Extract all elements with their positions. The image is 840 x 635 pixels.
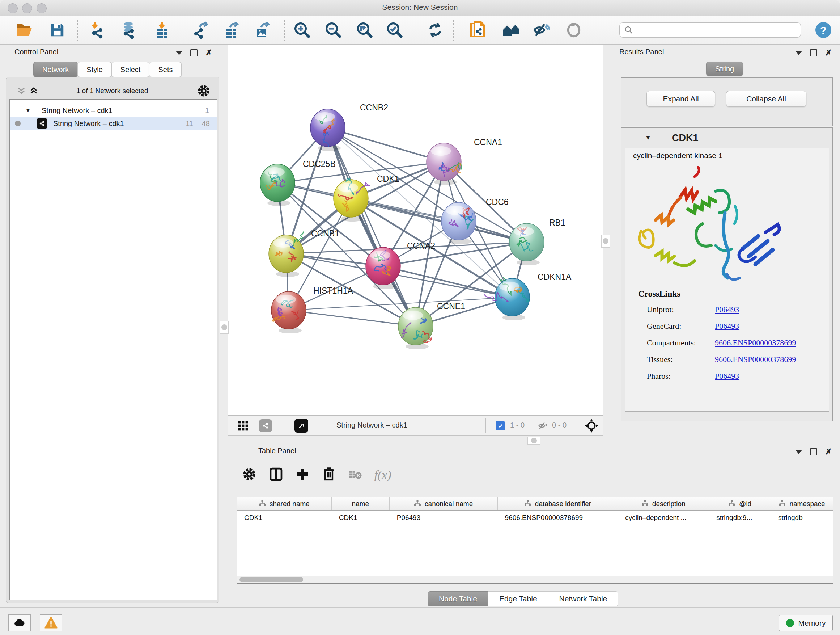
network-row[interactable]: String Network – cdk1 11 48 xyxy=(10,117,217,130)
selected-checkbox-icon[interactable] xyxy=(496,421,505,431)
help-icon[interactable]: ? xyxy=(814,21,833,40)
column-label: description xyxy=(652,500,685,508)
crosslink-link[interactable]: P06493 xyxy=(715,321,739,338)
toolbar-separator xyxy=(415,20,415,41)
cell-canonical-name[interactable]: P06493 xyxy=(390,511,498,524)
crosslink-link[interactable]: 9606.ENSP00000378699 xyxy=(715,338,796,355)
tab-network-table[interactable]: Network Table xyxy=(548,591,619,606)
column-header-database-identifier[interactable]: database identifier xyxy=(498,497,618,510)
crosslink-link[interactable]: 9606.ENSP00000378699 xyxy=(715,355,796,371)
tab-string[interactable]: String xyxy=(706,62,743,76)
tab-sets[interactable]: Sets xyxy=(149,62,182,77)
tab-network[interactable]: Network xyxy=(33,62,78,77)
tab-edge-table[interactable]: Edge Table xyxy=(488,591,548,606)
collapse-all-button[interactable]: Collapse All xyxy=(726,91,806,107)
search-icon xyxy=(624,25,633,35)
table-horizontal-scrollbar[interactable] xyxy=(237,576,833,583)
results-panel-close-icon[interactable]: ✗ xyxy=(825,50,832,56)
zoom-selected-icon[interactable] xyxy=(385,21,404,40)
gene-collapse-icon[interactable]: ▼ xyxy=(645,134,651,141)
delete-column-icon[interactable] xyxy=(322,467,336,483)
search-input[interactable] xyxy=(633,26,790,35)
cloud-button[interactable] xyxy=(8,614,31,631)
column-label: @id xyxy=(739,500,752,508)
crosslink-label: GeneCard: xyxy=(647,321,715,338)
network-collection-row[interactable]: ▼ String Network – cdk1 1 xyxy=(10,104,217,117)
control-panel-menu-icon[interactable] xyxy=(176,51,182,55)
right-divider-handle[interactable] xyxy=(601,234,610,248)
network-node-label: CDC6 xyxy=(486,197,508,207)
network-view-toolbar: String Network – cdk1 1 - 0 0 - 0 xyxy=(227,416,603,435)
zoom-fit-icon[interactable] xyxy=(355,21,374,40)
network-node-label: RB1 xyxy=(549,218,565,227)
export-network-icon[interactable] xyxy=(192,21,210,40)
share-document-icon[interactable] xyxy=(469,21,488,40)
import-network-from-file-icon[interactable] xyxy=(88,21,107,40)
hidden-eye-icon[interactable] xyxy=(538,420,548,432)
control-panel-float-icon[interactable] xyxy=(190,49,197,57)
bottom-divider-handle[interactable] xyxy=(527,437,540,445)
zoom-in-icon[interactable] xyxy=(293,21,311,40)
gene-header-row[interactable]: ▼ CDK1 xyxy=(622,128,832,149)
warning-icon xyxy=(44,616,57,629)
column-header-description[interactable]: description xyxy=(618,497,709,510)
column-type-icon xyxy=(259,500,266,508)
import-network-from-database-icon[interactable] xyxy=(120,21,139,40)
column-header--id[interactable]: @id xyxy=(709,497,771,510)
network-overview-icon[interactable] xyxy=(259,419,272,432)
export-image-icon[interactable] xyxy=(253,21,272,40)
show-columns-icon[interactable] xyxy=(269,467,283,483)
table-panel-float-icon[interactable] xyxy=(810,448,817,455)
show-eye-icon[interactable] xyxy=(564,21,583,40)
network-view-title: String Network – cdk1 xyxy=(336,421,407,429)
tab-style[interactable]: Style xyxy=(77,62,111,77)
table-gear-icon[interactable] xyxy=(243,468,256,482)
delete-table-icon[interactable] xyxy=(348,467,363,483)
table-panel-menu-icon[interactable] xyxy=(796,450,802,454)
cell-namespace[interactable]: stringdb xyxy=(771,511,833,524)
column-header-namespace[interactable]: namespace xyxy=(771,497,833,510)
scrollbar-thumb[interactable] xyxy=(240,577,303,582)
save-session-icon[interactable] xyxy=(48,21,66,40)
add-column-icon[interactable] xyxy=(295,467,309,483)
table-panel-close-icon[interactable]: ✗ xyxy=(825,449,832,455)
export-table-icon[interactable] xyxy=(222,21,241,40)
status-bar: Memory xyxy=(0,608,840,635)
crosslink-link[interactable]: P06493 xyxy=(715,371,739,388)
import-table-icon[interactable] xyxy=(152,21,171,40)
column-header-shared-name[interactable]: shared name xyxy=(237,497,332,510)
cell-name[interactable]: CDK1 xyxy=(332,511,390,524)
cell-database-identifier[interactable]: 9606.ENSP00000378699 xyxy=(498,511,618,524)
tab-select[interactable]: Select xyxy=(111,62,150,77)
grid-view-icon[interactable] xyxy=(237,420,249,433)
results-panel-menu-icon[interactable] xyxy=(796,51,802,55)
crosslink-link[interactable]: P06493 xyxy=(715,305,739,321)
column-header-name[interactable]: name xyxy=(332,497,390,510)
cell--id[interactable]: stringdb:9... xyxy=(709,511,771,524)
left-divider-handle[interactable] xyxy=(220,321,229,334)
open-session-icon[interactable] xyxy=(15,21,34,40)
control-panel-close-icon[interactable]: ✗ xyxy=(205,50,212,56)
network-options-gear-icon[interactable] xyxy=(197,85,210,98)
network-view[interactable]: CCNB2CCNA1CDC25BCDK1CDC6RB1CCNB1CCNA2CDK… xyxy=(227,45,603,416)
separator xyxy=(485,418,486,433)
column-header-canonical-name[interactable]: canonical name xyxy=(390,497,498,510)
function-builder-icon[interactable]: f(x) xyxy=(374,468,391,482)
collection-expand-icon[interactable]: ▼ xyxy=(25,107,31,114)
tab-node-table[interactable]: Node Table xyxy=(428,591,488,606)
hide-eye-icon[interactable] xyxy=(532,21,551,40)
memory-button[interactable]: Memory xyxy=(779,615,833,631)
column-type-icon xyxy=(524,500,531,508)
zoom-out-icon[interactable] xyxy=(324,21,343,40)
table-row[interactable]: CDK1CDK1P064939606.ENSP00000378699cyclin… xyxy=(237,511,833,524)
results-panel-float-icon[interactable] xyxy=(810,49,817,57)
column-label: shared name xyxy=(270,500,309,508)
cell-shared-name[interactable]: CDK1 xyxy=(237,511,332,524)
cell-description[interactable]: cyclin–dependent ... xyxy=(618,511,709,524)
fit-selection-crosshair-icon[interactable] xyxy=(584,419,598,434)
warning-button[interactable] xyxy=(40,614,62,631)
expand-all-button[interactable]: Expand All xyxy=(646,91,715,107)
home-icon[interactable] xyxy=(501,21,520,40)
birdseye-view-icon[interactable] xyxy=(294,419,308,432)
refresh-icon[interactable] xyxy=(426,21,445,40)
